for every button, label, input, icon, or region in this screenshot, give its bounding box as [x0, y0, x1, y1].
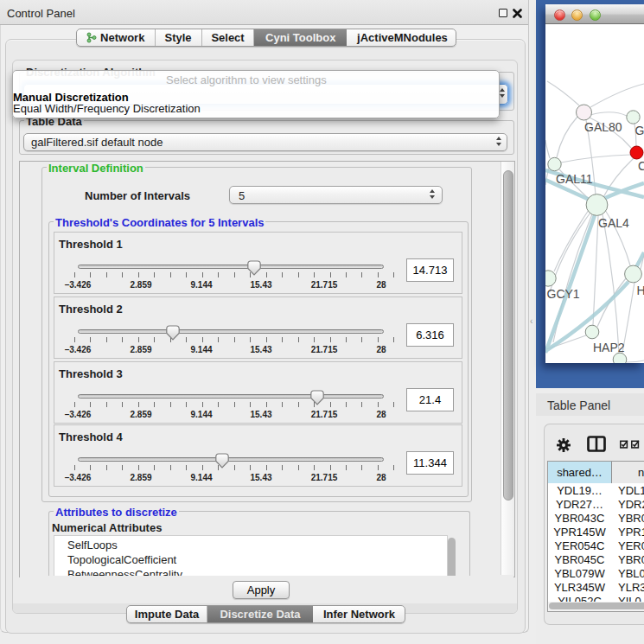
svg-text:GAL11: GAL11: [556, 172, 593, 186]
svg-text:GAL80: GAL80: [584, 120, 622, 134]
svg-text:HAP2: HAP2: [593, 341, 625, 354]
svg-text:CC: CC: [638, 159, 644, 173]
svg-text:GCY1: GCY1: [547, 287, 580, 301]
svg-text:GAL2: GAL2: [635, 124, 644, 137]
svg-text:HI: HI: [637, 284, 644, 297]
svg-text:GAL4: GAL4: [598, 216, 629, 230]
